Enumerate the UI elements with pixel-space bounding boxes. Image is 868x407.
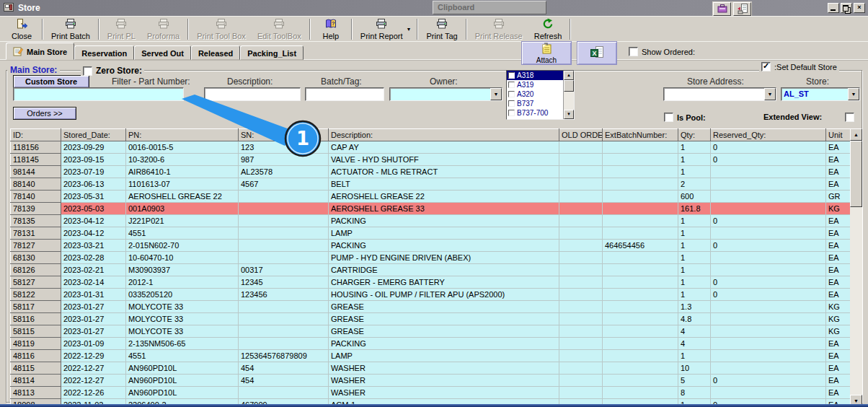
table-vertical-scrollbar[interactable]: ▲ ▼ <box>850 128 862 407</box>
table-row[interactable]: 481192023-01-092-135NM506-65PACKING4EA <box>11 338 851 350</box>
tab-served-out[interactable]: Served Out <box>134 45 191 60</box>
cell-id[interactable]: 48119 <box>11 338 61 350</box>
toolbar-button-help[interactable]: ?Help <box>313 17 349 41</box>
cell-id[interactable]: 88140 <box>11 178 61 191</box>
cell-id[interactable]: 78131 <box>11 227 61 240</box>
attach-button[interactable]: Attach <box>521 41 572 65</box>
scroll-down-icon[interactable]: ▼ <box>564 110 574 119</box>
table-row[interactable]: 781272023-03-212-015N602-70PACKING464654… <box>11 240 851 252</box>
aircraft-item-checkbox[interactable] <box>508 100 515 107</box>
toolbar-button-refresh[interactable]: Refresh <box>528 17 568 41</box>
tab-reservation[interactable]: Reservation <box>74 45 134 60</box>
column-header-reserved-qty[interactable]: Reserved_Qty: <box>711 129 826 141</box>
cell-id[interactable]: 58116 <box>11 313 61 325</box>
clipboard-floating-panel[interactable]: Clipboard <box>433 1 546 14</box>
part-number-input[interactable] <box>13 87 184 101</box>
export-excel-button[interactable]: X <box>577 41 617 65</box>
chevron-down-icon[interactable]: ▼ <box>490 88 502 100</box>
table-row[interactable]: 481152022-12-27AN960PD10L454WASHER10EA <box>11 362 851 375</box>
table-row[interactable]: 481132022-12-26AN960PD10LWASHER8EA <box>11 387 851 399</box>
scroll-up-icon[interactable]: ▲ <box>850 128 862 141</box>
column-header-description[interactable]: Description: <box>329 129 559 141</box>
is-pool-checkbox[interactable] <box>664 113 673 122</box>
store-select[interactable]: AL_ST ▼ <box>781 87 860 101</box>
table-row[interactable]: 1181452023-09-1510-3200-6987VALVE - HYD … <box>11 154 851 166</box>
table-row[interactable]: 681302023-02-2810-60470-10PUMP - HYD ENG… <box>11 252 851 264</box>
chevron-down-icon[interactable]: ▼ <box>848 88 859 100</box>
cell-id[interactable]: 58122 <box>11 289 61 301</box>
print-report-dropdown-arrow[interactable]: ▼ <box>407 27 412 32</box>
store-address-select[interactable]: ▼ <box>663 87 776 101</box>
column-header-old-orders[interactable]: OLD ORDERS: <box>559 129 603 141</box>
description-input[interactable] <box>204 87 301 101</box>
aircraft-item-checkbox[interactable] <box>508 82 515 88</box>
scrollbar-thumb[interactable] <box>850 141 862 207</box>
aircraft-list-scrollbar[interactable]: ▲ ▼ <box>563 71 574 119</box>
cell-id[interactable]: 78139 <box>11 203 61 215</box>
table-row[interactable]: 681262023-02-21M3090393700317CARTRIDGE1E… <box>11 264 851 276</box>
cell-id[interactable]: 58117 <box>11 301 61 313</box>
scrollbar-thumb[interactable] <box>564 80 574 92</box>
column-header-id[interactable]: ID: <box>11 129 61 141</box>
cell-id[interactable]: 118156 <box>11 141 61 154</box>
tab-released[interactable]: Released <box>191 45 240 60</box>
restore-button[interactable] <box>841 3 852 13</box>
table-row[interactable]: 1181562023-09-290016-0015-5123CAP AY10EA <box>11 141 851 154</box>
table-row[interactable]: 581152023-01-27MOLYCOTE 33GREASE4KG <box>11 325 851 338</box>
toolbar-button-close[interactable]: Close <box>4 17 40 41</box>
show-ordered-checkbox[interactable] <box>629 47 638 56</box>
cell-id[interactable]: 68126 <box>11 264 61 276</box>
paste-document-button[interactable] <box>733 2 751 16</box>
toolbar-button-print-batch[interactable]: Print Batch <box>45 17 96 41</box>
close-window-button[interactable]: × <box>854 3 865 13</box>
cell-id[interactable]: 78140 <box>11 191 61 203</box>
cell-id[interactable]: 48113 <box>11 387 61 399</box>
toolbar-button-print-tag[interactable]: Print Tag <box>420 17 463 41</box>
scroll-up-icon[interactable]: ▲ <box>564 71 574 80</box>
cell-id[interactable]: 98144 <box>11 166 61 178</box>
column-header-extbatchnumber[interactable]: ExtBatchNumber: <box>603 129 678 141</box>
chevron-down-icon[interactable]: ▼ <box>764 88 776 100</box>
zero-store-checkbox[interactable] <box>83 66 92 76</box>
column-header-qty[interactable]: Qty: <box>678 129 711 141</box>
column-header-unit[interactable]: Unit <box>826 129 851 141</box>
orders-button[interactable]: Orders >> <box>13 107 76 120</box>
cell-id[interactable]: 48114 <box>11 375 61 387</box>
cell-id[interactable]: 48116 <box>11 350 61 362</box>
tab-packing-list[interactable]: Packing_List <box>240 45 304 60</box>
aircraft-item-checkbox[interactable] <box>508 72 515 79</box>
table-row[interactable]: 781352023-04-12J221P021PACKING10EA <box>11 215 851 227</box>
column-header-pn[interactable]: PN: <box>126 129 239 141</box>
table-row[interactable]: 981442023-07-19AIR86410-1AL23578ACTUATOR… <box>11 166 851 178</box>
aircraft-list-item-b737-700[interactable]: B737-700 <box>507 108 563 118</box>
table-row[interactable]: 781392023-05-03001A0903AEROSHELL GREASE … <box>11 203 851 215</box>
table-row[interactable]: 781402023-05-31AEROSHELL GREASE 22AEROSH… <box>11 191 851 203</box>
custom-store-button[interactable]: Custom Store <box>13 75 89 88</box>
cell-id[interactable]: 118145 <box>11 154 61 166</box>
table-row[interactable]: 581162023-01-27MOLYCOTE 33GREASE4.8KG <box>11 313 851 325</box>
set-default-store-checkbox[interactable] <box>761 62 771 71</box>
table-row[interactable]: 881402023-06-131101613-074567BELT2EA <box>11 178 851 191</box>
aircraft-list-item-a319[interactable]: A319 <box>507 80 563 89</box>
aircraft-list-item-a318[interactable]: A318 <box>507 71 563 80</box>
owner-select[interactable]: ▼ <box>389 87 502 101</box>
cell-id[interactable]: 48115 <box>11 362 61 375</box>
table-row[interactable]: 481162022-12-294551125364576879809LAMP1E… <box>11 350 851 362</box>
table-row[interactable]: 481142022-12-27AN960PD10L454WASHER50EA <box>11 375 851 387</box>
tab-main-store[interactable]: Main Store <box>6 43 74 60</box>
aircraft-list-item-b737[interactable]: B737 <box>507 99 563 108</box>
toolbar-button-print-report[interactable]: Print Report <box>355 17 409 41</box>
cell-id[interactable]: 68130 <box>11 252 61 264</box>
aircraft-item-checkbox[interactable] <box>508 110 515 116</box>
minimize-button[interactable] <box>828 3 839 13</box>
clipboard-case-button[interactable] <box>713 2 731 16</box>
cell-id[interactable]: 78127 <box>11 240 61 252</box>
batch-tag-input[interactable] <box>305 87 384 101</box>
cell-id[interactable]: 78135 <box>11 215 61 227</box>
cell-id[interactable]: 58127 <box>11 276 61 289</box>
column-header-sn[interactable]: SN: <box>239 129 329 141</box>
table-row[interactable]: 581272023-02-142012-112345CHARGER - EMER… <box>11 276 851 289</box>
table-row[interactable]: 581222023-01-310335205120123456HOUSING -… <box>11 289 851 301</box>
cell-id[interactable]: 58115 <box>11 325 61 338</box>
column-header-stored-date[interactable]: Stored_Date: <box>61 129 126 141</box>
